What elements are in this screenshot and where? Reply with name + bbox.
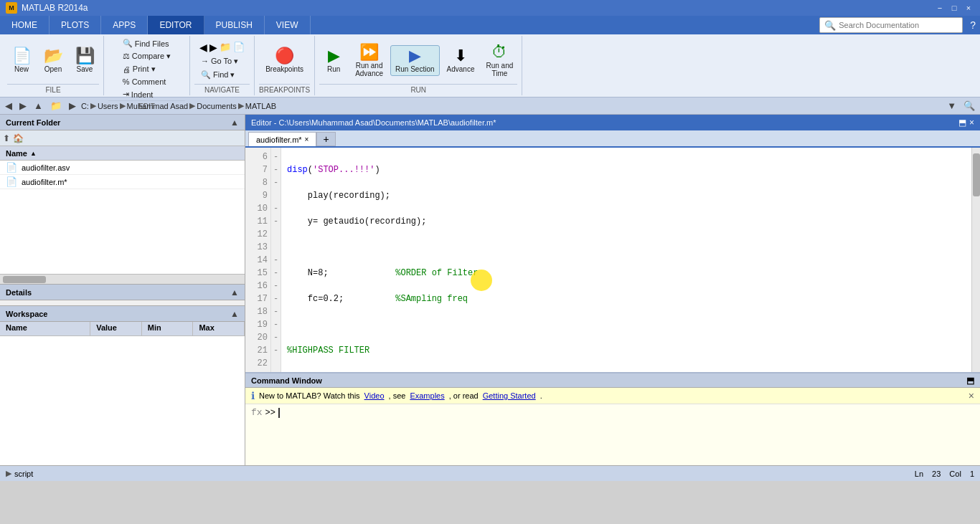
find-label: Find ▾ (213, 70, 235, 80)
breadcrumb: C: ▶ Users ▶ Muhammad Asad ▶ Documents ▶… (81, 101, 276, 110)
indent-icon: ⇥ (123, 90, 129, 99)
list-item[interactable]: 📄 audiofilter.asv (0, 161, 245, 175)
title-bar: M MATLAB R2014a − □ × (0, 0, 980, 16)
save-button[interactable]: 💾 Save (70, 46, 99, 75)
open-button[interactable]: 📂 Open (39, 46, 67, 75)
tab-view[interactable]: VIEW (265, 16, 311, 34)
path-users[interactable]: Users (98, 102, 118, 110)
goto-label: Go To ▾ (211, 57, 238, 66)
folder-home-icon[interactable]: 🏠 (13, 133, 24, 143)
help-icon[interactable]: ? (970, 19, 976, 31)
breakpoints-button[interactable]: 🔴 Breakpoints (261, 46, 308, 75)
navigate-group-label: NAVIGATE (194, 84, 250, 94)
details-panel: Details ▲ (0, 284, 245, 305)
tab-close-icon[interactable]: × (305, 135, 309, 143)
editor-close-button[interactable]: × (969, 118, 974, 128)
new-button[interactable]: 📄 New (7, 46, 36, 75)
print-button[interactable]: 🖨 Print ▾ (120, 63, 159, 75)
forward-nav-button[interactable]: ▶ (209, 42, 217, 53)
app-logo: M (6, 2, 17, 14)
code-editor[interactable]: disp('STOP...!!!') play(recording); y= g… (281, 148, 971, 372)
current-folder-expand-button[interactable]: ▲ (230, 118, 239, 128)
path-documents[interactable]: Documents (197, 102, 237, 110)
run-and-time-button[interactable]: ⏱ Run andTime (481, 42, 517, 80)
path-matlab[interactable]: MATLAB (245, 102, 276, 110)
path-search-button[interactable]: 🔍 (961, 100, 977, 111)
ribbon-group-run: ▶ Run ⏩ Run andAdvance ▶ Run Section ⬇ A… (315, 36, 522, 95)
video-link[interactable]: Video (364, 391, 385, 400)
workspace-expand-button[interactable]: ▲ (230, 309, 239, 319)
cmd-info-period: . (540, 391, 542, 400)
command-window-expand-button[interactable]: ⬒ (966, 376, 974, 386)
vertical-scrollbar[interactable] (971, 148, 980, 372)
path-user[interactable]: Muhammad Asad (127, 102, 189, 110)
find-icon: 🔍 (201, 70, 211, 80)
back-button[interactable]: ◀ (3, 100, 14, 111)
run-and-advance-label: Run andAdvance (355, 62, 383, 77)
find-files-label: Find Files (135, 39, 169, 48)
line-numbers: 6 7 8 9 10 11 12 13 14 15 16 17 18 19 20… (245, 148, 271, 372)
new-tab-button[interactable]: + (316, 132, 335, 146)
editor-undock-button[interactable]: ⬒ (958, 118, 966, 128)
file-name-asv: audiofilter.asv (22, 163, 70, 172)
cmd-info-close-button[interactable]: × (969, 390, 974, 401)
run-and-time-label: Run andTime (486, 62, 513, 77)
tab-audiofilter-label: audiofilter.m* (256, 135, 302, 144)
list-item[interactable]: 📄 audiofilter.m* (0, 175, 245, 189)
up-button[interactable]: ▲ (32, 100, 45, 111)
left-panel: Current Folder ▲ ⬆ 🏠 Name ▲ 📄 audiofilte… (0, 115, 245, 465)
search-documentation-input[interactable] (839, 21, 953, 29)
find-files-icon: 🔍 (123, 39, 133, 48)
path-dropdown-button[interactable]: ▼ (945, 100, 958, 111)
tab-apps[interactable]: APPS (101, 16, 148, 34)
minimize-button[interactable]: − (934, 2, 946, 14)
forward-button[interactable]: ▶ (17, 100, 29, 111)
folder-toolbar: ⬆ 🏠 (0, 130, 245, 146)
path-sep-2: ▶ (120, 101, 126, 110)
folder-nav-up-icon[interactable]: ⬆ (3, 133, 10, 143)
breakpoints-icon: 🔴 (275, 48, 294, 64)
command-window-header: Command Window ⬒ (245, 373, 980, 388)
window-controls[interactable]: − □ × (934, 2, 974, 14)
compare-icon: ⚖ (123, 52, 130, 61)
close-button[interactable]: × (963, 2, 974, 14)
run-button[interactable]: ▶ Run (319, 46, 348, 75)
current-folder-title: Current Folder (6, 118, 60, 127)
tab-home[interactable]: HOME (0, 16, 50, 34)
find-button[interactable]: 🔍 Find ▾ (198, 69, 237, 81)
command-prompt[interactable]: fx >> (245, 404, 980, 421)
open-label: Open (44, 65, 62, 73)
comment-button[interactable]: % Comment (120, 76, 169, 87)
tab-publish[interactable]: PUBLISH (204, 16, 265, 34)
search-documentation-box[interactable]: 🔍 (819, 17, 963, 33)
scrollbar-thumb[interactable] (973, 153, 980, 196)
run-section-button[interactable]: ▶ Run Section (390, 45, 439, 76)
path-c[interactable]: C: (81, 102, 89, 110)
cmd-info-end: , or read (449, 391, 479, 400)
indent-button[interactable]: ⇥ Indent (120, 88, 156, 100)
run-and-advance-button[interactable]: ⏩ Run andAdvance (351, 42, 387, 80)
ribbon-toolbar: 📄 New 📂 Open 💾 Save FILE 🔍 Find Files ⚖ … (0, 34, 980, 97)
tab-audiofilter[interactable]: audiofilter.m* × (248, 132, 316, 146)
goto-button[interactable]: → Go To ▾ (198, 55, 241, 67)
getting-started-link[interactable]: Getting Started (483, 391, 536, 400)
tab-plots[interactable]: PLOTS (50, 16, 101, 34)
examples-link[interactable]: Examples (410, 391, 444, 400)
advance-label: Advance (447, 65, 475, 73)
maximize-button[interactable]: □ (948, 2, 960, 14)
path-sep-3: ▶ (189, 101, 195, 110)
find-files-button[interactable]: 🔍 Find Files (120, 37, 172, 49)
compare-button[interactable]: ⚖ Compare ▾ (120, 50, 174, 62)
col-label: Col (949, 470, 961, 478)
back-nav-button[interactable]: ◀ (199, 42, 207, 53)
save-icon: 💾 (75, 48, 95, 64)
command-window-title: Command Window (251, 376, 322, 385)
tab-editor[interactable]: EDITOR (148, 16, 204, 34)
ln-value: 23 (932, 470, 941, 478)
editor-content: 6 7 8 9 10 11 12 13 14 15 16 17 18 19 20… (245, 148, 980, 372)
advance-button[interactable]: ⬇ Advance (443, 46, 479, 75)
details-title: Details (6, 288, 32, 297)
folder-column-header: Name ▲ (0, 146, 245, 161)
ws-col-value: Value (90, 322, 142, 335)
details-expand-button[interactable]: ▲ (230, 287, 239, 297)
